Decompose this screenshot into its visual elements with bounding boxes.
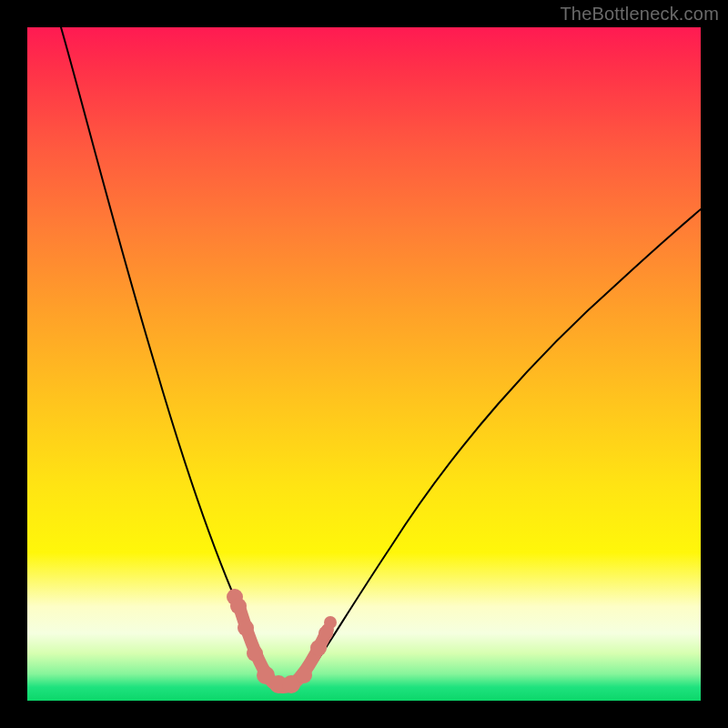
watermark-text: TheBottleneck.com <box>560 4 719 25</box>
marker-dot <box>324 616 337 629</box>
marker-dot <box>230 598 247 614</box>
curve-svg <box>27 27 701 701</box>
chart-frame: TheBottleneck.com <box>0 0 728 728</box>
marker-dot <box>296 667 312 683</box>
marker-group <box>227 589 337 693</box>
plot-area <box>27 27 701 701</box>
marker-dot <box>238 620 254 636</box>
bottleneck-curve <box>61 27 701 686</box>
marker-dot <box>247 645 263 662</box>
marker-dot <box>310 640 327 656</box>
